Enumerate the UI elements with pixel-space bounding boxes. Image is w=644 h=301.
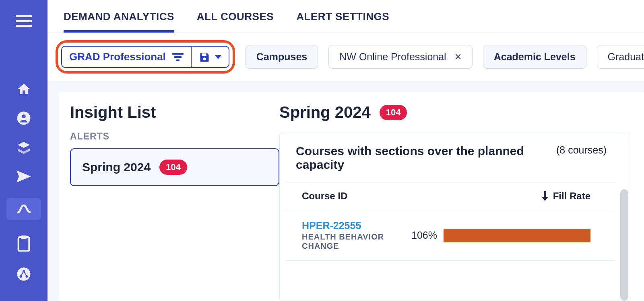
col-course-id[interactable]: Course ID xyxy=(302,190,541,202)
filter-bar: GRAD Professional Campuses NW Online Pro… xyxy=(47,33,644,81)
alerts-section-label: ALERTS xyxy=(70,131,279,142)
svg-point-7 xyxy=(17,268,31,281)
card-title: Courses with sections over the planned c… xyxy=(296,144,540,172)
sidebar-nav xyxy=(0,0,47,301)
detail-count-badge: 104 xyxy=(380,105,407,120)
alert-item-term: Spring 2024 xyxy=(82,160,151,174)
sidebar-item-clipboard[interactable] xyxy=(0,235,47,252)
fill-rate-bar xyxy=(444,229,590,242)
fill-rate-value: 106% xyxy=(405,229,437,241)
save-icon xyxy=(199,51,210,63)
tab-demand-analytics[interactable]: DEMAND ANALYTICS xyxy=(64,10,174,33)
svg-rect-1 xyxy=(16,20,32,22)
saved-view-selector: GRAD Professional xyxy=(61,46,229,68)
svg-rect-12 xyxy=(174,56,182,58)
sidebar-item-analytics[interactable] xyxy=(6,198,41,220)
layers-icon xyxy=(17,141,31,155)
sidebar-item-users[interactable] xyxy=(0,111,47,125)
detail-term-title: Spring 2024 xyxy=(279,103,371,121)
filter-chip-level-value: Graduate xyxy=(608,51,644,63)
send-icon xyxy=(17,170,31,182)
saved-view-name: GRAD Professional xyxy=(69,51,166,63)
svg-rect-14 xyxy=(202,53,206,56)
trend-icon xyxy=(17,203,31,215)
svg-rect-6 xyxy=(21,235,26,239)
svg-rect-2 xyxy=(16,25,32,27)
menu-toggle[interactable] xyxy=(0,15,47,27)
filter-chip-campus[interactable]: NW Online Professional ✕ xyxy=(328,45,472,69)
alert-item-count-badge: 104 xyxy=(159,160,187,175)
filter-chip-campus-value: NW Online Professional xyxy=(339,51,446,63)
tab-all-courses[interactable]: ALL COURSES xyxy=(197,10,274,33)
filter-icon xyxy=(172,53,184,61)
filter-label-levels[interactable]: Academic Levels xyxy=(483,45,586,69)
col-fill-rate-label: Fill Rate xyxy=(553,190,590,202)
svg-rect-5 xyxy=(19,237,29,251)
course-id-link[interactable]: HPER-22555 xyxy=(302,220,398,231)
share-icon xyxy=(17,267,31,281)
svg-rect-0 xyxy=(16,15,32,17)
clipboard-icon xyxy=(17,235,30,252)
saved-view-highlight: GRAD Professional xyxy=(56,40,235,74)
sidebar-item-layers[interactable] xyxy=(0,141,47,155)
filter-chip-level[interactable]: Graduate ✕ xyxy=(597,45,644,69)
saved-view-save-dropdown[interactable] xyxy=(191,47,229,67)
top-tabs: DEMAND ANALYTICS ALL COURSES ALERT SETTI… xyxy=(47,0,644,33)
insight-list-title: Insight List xyxy=(70,103,279,121)
saved-view-button[interactable]: GRAD Professional xyxy=(62,47,191,67)
user-circle-icon xyxy=(17,111,31,125)
alert-item-spring-2024[interactable]: Spring 2024 104 xyxy=(70,148,279,186)
filter-label-campuses[interactable]: Campuses xyxy=(246,45,318,69)
card-course-count: (8 courses) xyxy=(556,144,607,172)
course-name: HEALTH BEHAVIOR CHANGE xyxy=(302,232,398,251)
sidebar-item-home[interactable] xyxy=(0,82,47,96)
remove-chip-icon[interactable]: ✕ xyxy=(454,52,462,62)
table-header: Course ID Fill Rate xyxy=(286,182,615,210)
chevron-down-icon xyxy=(215,55,221,59)
sidebar-item-share[interactable] xyxy=(0,267,47,281)
home-icon xyxy=(17,82,31,96)
tab-alert-settings[interactable]: ALERT SETTINGS xyxy=(296,10,389,33)
col-fill-rate[interactable]: Fill Rate xyxy=(541,190,590,202)
sort-down-icon xyxy=(541,191,549,201)
over-capacity-card: Courses with sections over the planned c… xyxy=(279,133,631,301)
svg-point-15 xyxy=(203,57,206,60)
svg-rect-13 xyxy=(176,59,180,61)
table-row[interactable]: HPER-22555 HEALTH BEHAVIOR CHANGE 106% xyxy=(286,210,615,261)
card-scrollbar[interactable] xyxy=(620,189,628,301)
hamburger-icon xyxy=(16,15,32,27)
svg-point-4 xyxy=(22,115,26,119)
sidebar-item-send[interactable] xyxy=(0,170,47,182)
svg-rect-11 xyxy=(172,53,184,55)
